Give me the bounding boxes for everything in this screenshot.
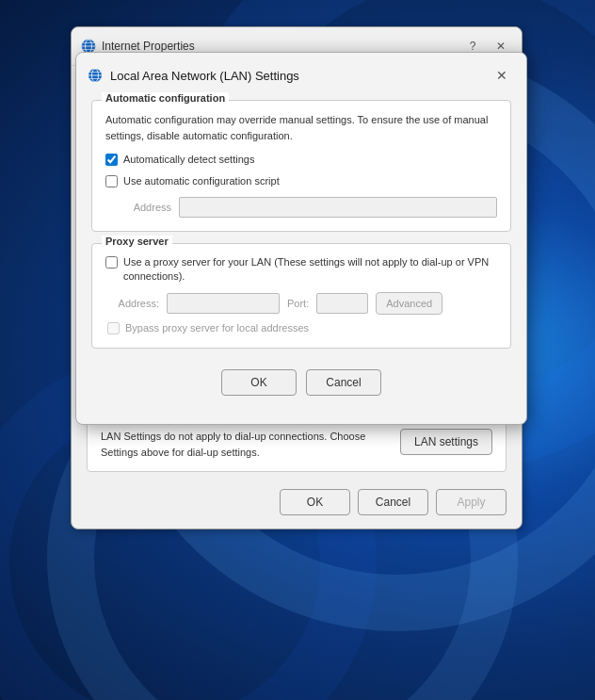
- auto-script-checkbox[interactable]: [105, 175, 118, 187]
- lan-settings-inner: LAN Settings do not apply to dial-up con…: [101, 429, 492, 460]
- main-apply-button[interactable]: Apply: [436, 489, 507, 515]
- lan-settings-button[interactable]: LAN settings: [400, 429, 492, 455]
- auto-config-label: Automatic configuration: [102, 92, 229, 104]
- bypass-row: Bypass proxy server for local addresses: [105, 322, 497, 334]
- lan-dialog-content: Automatic configuration Automatic config…: [76, 96, 526, 424]
- proxy-address-input[interactable]: [167, 293, 280, 314]
- auto-address-row: Address: [105, 197, 497, 218]
- lan-dialog-titlebar: Local Area Network (LAN) Settings ✕: [76, 53, 526, 96]
- auto-script-label[interactable]: Use automatic configuration script: [123, 174, 280, 188]
- lan-dialog-title-left: Local Area Network (LAN) Settings: [88, 68, 299, 83]
- proxy-address-label: Address:: [107, 298, 159, 309]
- bypass-label[interactable]: Bypass proxy server for local addresses: [125, 322, 309, 334]
- auto-config-info: Automatic configuration may override man…: [105, 112, 497, 143]
- lan-settings-text: LAN Settings do not apply to dial-up con…: [101, 429, 391, 460]
- bypass-checkbox[interactable]: [107, 322, 120, 334]
- auto-address-input[interactable]: [179, 197, 497, 218]
- auto-script-row: Use automatic configuration script: [105, 174, 497, 188]
- auto-detect-checkbox[interactable]: [105, 154, 118, 166]
- proxy-checkbox[interactable]: [105, 256, 118, 269]
- proxy-address-row: Address: Port: Advanced: [105, 292, 497, 315]
- proxy-section: Proxy server Use a proxy server for your…: [91, 243, 511, 349]
- lan-dialog-globe-icon: [88, 68, 103, 83]
- proxy-section-label: Proxy server: [102, 236, 172, 247]
- lan-settings-dialog: Local Area Network (LAN) Settings ✕ Auto…: [75, 52, 527, 425]
- auto-detect-row: Automatically detect settings: [105, 153, 497, 167]
- proxy-checkbox-row: Use a proxy server for your LAN (These s…: [105, 255, 497, 285]
- lan-dialog-title: Local Area Network (LAN) Settings: [110, 69, 299, 83]
- auto-address-label: Address: [124, 202, 171, 213]
- main-ok-button[interactable]: OK: [280, 489, 350, 515]
- dialog-cancel-button[interactable]: Cancel: [306, 369, 381, 396]
- proxy-advanced-button[interactable]: Advanced: [376, 292, 442, 315]
- proxy-port-label: Port:: [287, 298, 309, 309]
- bg-window-title: Internet Properties: [102, 40, 195, 53]
- dialog-ok-button[interactable]: OK: [221, 369, 297, 396]
- lan-dialog-close-button[interactable]: ✕: [489, 62, 515, 89]
- proxy-checkbox-label[interactable]: Use a proxy server for your LAN (These s…: [123, 255, 497, 285]
- dialog-buttons: OK Cancel: [91, 360, 511, 409]
- main-buttons-row: OK Cancel Apply: [72, 480, 522, 529]
- auto-config-section: Automatic configuration Automatic config…: [91, 100, 511, 232]
- auto-detect-label[interactable]: Automatically detect settings: [123, 153, 254, 167]
- proxy-port-input[interactable]: [316, 293, 368, 314]
- main-cancel-button[interactable]: Cancel: [358, 489, 428, 515]
